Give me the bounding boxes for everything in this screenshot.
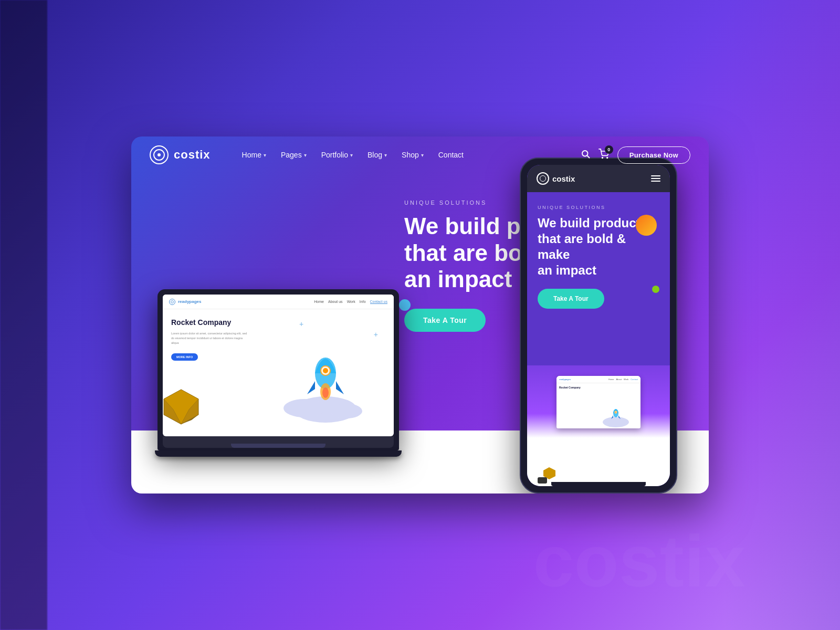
phone-laptop-img: readypages Home About Work Contact Rocke… xyxy=(527,365,670,486)
chevron-icon: ▾ xyxy=(384,152,387,158)
chevron-icon: ▾ xyxy=(421,152,424,158)
chevron-icon: ▾ xyxy=(304,152,307,158)
mini-mouse xyxy=(538,477,547,484)
screen-hero-text: Lorem ipsum dolor sit amet, consectetur … xyxy=(171,331,249,345)
phone-dot-green xyxy=(652,286,659,293)
bg-text-decoration: costix xyxy=(533,519,746,604)
svg-point-7 xyxy=(323,368,328,373)
screen-hero-title: Rocket Company xyxy=(171,318,249,327)
cart-count: 0 xyxy=(605,145,613,154)
purchase-now-button[interactable]: Purchase Now xyxy=(617,146,690,164)
svg-point-2 xyxy=(602,157,603,158)
gold-gem-decoration xyxy=(163,388,200,425)
main-card: costix Home ▾ Pages ▾ Portfolio ▾ Blog ▾… xyxy=(131,136,709,494)
phone-bottom-section: readypages Home About Work Contact Rocke… xyxy=(527,365,670,486)
nav-item-pages[interactable]: Pages ▾ xyxy=(281,151,307,159)
nav-item-blog[interactable]: Blog ▾ xyxy=(368,151,387,159)
brand-name: costix xyxy=(174,148,211,162)
mini-screen-nav: readypages Home About Work Contact xyxy=(556,376,640,383)
laptop-base xyxy=(163,436,394,448)
navbar: costix Home ▾ Pages ▾ Portfolio ▾ Blog ▾… xyxy=(131,136,709,173)
nav-item-portfolio[interactable]: Portfolio ▾ xyxy=(321,151,353,159)
mini-screen: readypages Home About Work Contact Rocke… xyxy=(556,376,640,428)
laptop-keyboard xyxy=(155,450,402,457)
phone-hero: UNIQUE SOLUTIONS We build products that … xyxy=(527,192,670,317)
logo-icon-inner xyxy=(158,153,161,156)
phone-tagline: UNIQUE SOLUTIONS xyxy=(538,205,659,210)
svg-line-1 xyxy=(587,155,589,158)
plus-decoration: + xyxy=(374,330,378,339)
chevron-icon: ▾ xyxy=(350,152,353,158)
nav-item-contact[interactable]: Contact xyxy=(438,151,464,159)
svg-point-3 xyxy=(607,157,608,158)
mini-screen-content: Rocket Company xyxy=(556,383,640,428)
rocket-illustration xyxy=(284,318,368,428)
screen-hero-right: + + xyxy=(257,309,394,436)
cart-icon[interactable]: 0 xyxy=(598,149,609,162)
hamburger-icon[interactable] xyxy=(651,175,660,182)
screen-brand: readypages xyxy=(169,299,201,305)
phone-logo-icon xyxy=(537,172,549,185)
svg-point-17 xyxy=(615,412,616,413)
search-icon[interactable] xyxy=(581,149,590,161)
phone-logo: costix xyxy=(537,172,575,185)
phone-mockup: costix UNIQUE SOLUTIONS We build product… xyxy=(520,158,677,494)
mini-screen-base xyxy=(551,482,646,486)
logo: costix xyxy=(150,145,211,164)
phone-take-tour-button[interactable]: Take A Tour xyxy=(538,289,604,309)
laptop-outer: readypages Home About us Work Info Conta… xyxy=(158,289,399,450)
phone-dot-orange xyxy=(636,215,657,236)
phone-screen: costix UNIQUE SOLUTIONS We build product… xyxy=(527,165,670,486)
nav-actions: 0 Purchase Now xyxy=(581,146,690,164)
nav-item-shop[interactable]: Shop ▾ xyxy=(402,151,424,159)
rocket-body xyxy=(304,334,346,404)
laptop-mockup: readypages Home About us Work Info Conta… xyxy=(158,289,399,457)
take-tour-button[interactable]: Take A Tour xyxy=(404,309,486,332)
logo-icon xyxy=(150,145,169,164)
svg-point-4 xyxy=(171,300,174,303)
screen-brand-icon xyxy=(169,299,175,305)
screen-navbar: readypages Home About us Work Info Conta… xyxy=(163,295,394,309)
screen-nav-links: Home About us Work Info Contact us xyxy=(314,300,387,304)
svg-point-9 xyxy=(322,387,329,398)
chevron-icon: ▾ xyxy=(264,152,266,158)
nav-links: Home ▾ Pages ▾ Portfolio ▾ Blog ▾ Shop ▾… xyxy=(242,151,464,159)
nav-item-home[interactable]: Home ▾ xyxy=(242,151,266,159)
screen-more-btn[interactable]: MORE INFO xyxy=(171,353,198,361)
